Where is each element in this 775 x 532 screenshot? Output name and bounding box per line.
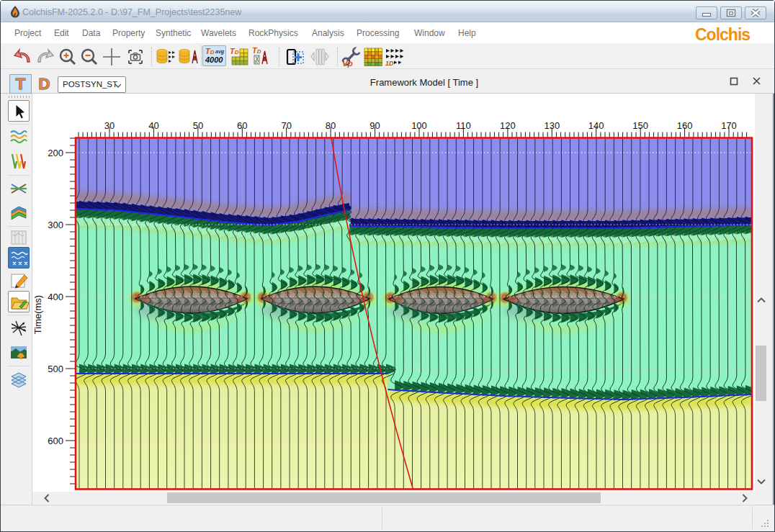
svg-text:100: 100 bbox=[411, 120, 427, 131]
svg-text:600: 600 bbox=[48, 436, 63, 446]
svg-text:Time(ms): Time(ms) bbox=[32, 295, 43, 334]
svg-text:80: 80 bbox=[326, 120, 336, 131]
svg-text:160: 160 bbox=[677, 120, 693, 131]
svg-text:200: 200 bbox=[48, 148, 63, 158]
svg-text:70: 70 bbox=[281, 120, 291, 131]
svg-text:170: 170 bbox=[721, 120, 737, 131]
svg-text:140: 140 bbox=[588, 120, 604, 131]
svg-text:40: 40 bbox=[148, 120, 158, 131]
svg-text:130: 130 bbox=[544, 120, 560, 131]
svg-text:50: 50 bbox=[193, 120, 203, 131]
svg-text:150: 150 bbox=[632, 120, 648, 131]
svg-text:30: 30 bbox=[104, 120, 115, 131]
svg-text:400: 400 bbox=[48, 292, 63, 302]
svg-text:110: 110 bbox=[456, 120, 471, 131]
svg-text:500: 500 bbox=[48, 364, 63, 374]
svg-text:60: 60 bbox=[237, 120, 247, 131]
svg-text:120: 120 bbox=[500, 120, 516, 131]
svg-text:90: 90 bbox=[369, 120, 380, 131]
svg-text:300: 300 bbox=[48, 220, 63, 230]
